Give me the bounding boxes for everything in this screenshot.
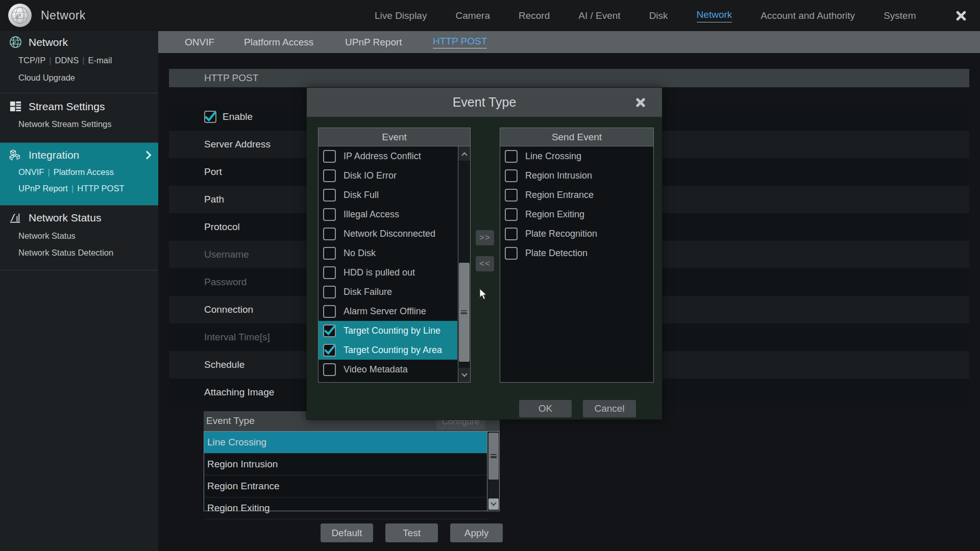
dialog-list-item-network-disconnected[interactable]: Network Disconnected (318, 224, 457, 243)
sidebar-section-stream-settings[interactable]: Stream SettingsNetwork Stream Settings (0, 94, 158, 143)
event-list-scrollbar[interactable] (458, 146, 470, 382)
item-checkbox[interactable] (505, 208, 518, 221)
sidebar-link-onvif[interactable]: ONVIF (18, 167, 44, 177)
item-checkbox[interactable] (505, 189, 518, 202)
topnav-item-disk[interactable]: Disk (649, 10, 668, 21)
item-checkbox[interactable] (323, 363, 336, 376)
sidebar-link-http-post[interactable]: HTTP POST (77, 184, 124, 193)
sidebar-section-integration[interactable]: IntegrationONVIF|Platform AccessUPnP Rep… (0, 143, 158, 206)
dialog-list-item-alarm-server-offline[interactable]: Alarm Server Offline (318, 302, 457, 321)
sidebar-section-network[interactable]: eNetworkTCP/IP|DDNS|E-mailCloud Upgrade (0, 31, 158, 93)
tab-onvif[interactable]: ONVIF (185, 31, 214, 53)
scrollbar-thumb[interactable] (488, 433, 499, 480)
item-checkbox[interactable] (505, 247, 518, 260)
topnav-item-network[interactable]: Network (697, 9, 732, 22)
mouse-cursor (479, 288, 490, 303)
top-navigation: Live DisplayCameraRecordAI / EventDiskNe… (375, 0, 916, 31)
item-checkbox[interactable] (323, 344, 336, 357)
item-checkbox[interactable] (323, 305, 336, 318)
move-left-button[interactable]: << (476, 256, 494, 271)
dialog-close-icon[interactable] (633, 95, 648, 110)
enable-checkbox[interactable] (204, 111, 216, 123)
sidebar-link-cloud-upgrade[interactable]: Cloud Upgrade (18, 73, 75, 82)
topnav-item-account-and-authority[interactable]: Account and Authority (761, 10, 855, 21)
test-button[interactable]: Test (385, 523, 438, 542)
item-checkbox[interactable] (323, 189, 336, 202)
item-checkbox[interactable] (505, 169, 518, 182)
topnav-item-live-display[interactable]: Live Display (375, 10, 427, 21)
event-type-scrollbar[interactable] (487, 432, 499, 511)
scrollbar-up-icon[interactable] (458, 146, 470, 161)
row-label: Username (204, 249, 249, 260)
sidebar-link-upnp-report[interactable]: UPnP Report (18, 184, 68, 193)
tab-http-post[interactable]: HTTP POST (433, 31, 487, 53)
dialog-list-item-ip-address-conflict[interactable]: IP Address Conflict (318, 146, 457, 166)
tab-platform-access[interactable]: Platform Access (244, 31, 313, 53)
dialog-list-item-hdd-is-pulled-out[interactable]: HDD is pulled out (318, 263, 457, 282)
link-separator: | (45, 56, 55, 65)
sidebar-link-network-status[interactable]: Network Status (18, 231, 76, 240)
topnav-item-camera[interactable]: Camera (455, 10, 490, 21)
sidebar-link-tcp-ip[interactable]: TCP/IP (18, 56, 45, 65)
item-checkbox[interactable] (323, 169, 336, 182)
topnav-item-record[interactable]: Record (519, 10, 550, 21)
dialog-list-item-region-entrance[interactable]: Region Entrance (500, 185, 653, 205)
ok-button[interactable]: OK (519, 400, 572, 417)
item-checkbox[interactable] (505, 150, 518, 163)
scrollbar-down-icon[interactable] (488, 498, 499, 510)
sidebar-link-platform-access[interactable]: Platform Access (54, 167, 114, 177)
sidebar-link-row: Cloud Upgrade (18, 73, 75, 83)
event-type-item-region-entrance[interactable]: Region Entrance (204, 475, 487, 497)
dialog-list-item-disk-full[interactable]: Disk Full (318, 185, 457, 205)
dialog-list-item-plate-recognition[interactable]: Plate Recognition (500, 224, 653, 243)
globe-icon: e (9, 36, 22, 48)
default-button[interactable]: Default (321, 523, 373, 542)
dialog-list-item-plate-detection[interactable]: Plate Detection (500, 243, 653, 263)
dialog-list-item-region-exiting[interactable]: Region Exiting (500, 205, 653, 224)
scrollbar-thumb[interactable] (459, 263, 470, 362)
sidebar-link-network-status-detection[interactable]: Network Status Detection (18, 248, 113, 257)
item-checkbox[interactable] (323, 286, 336, 298)
dialog-list-item-disk-io-error[interactable]: Disk IO Error (318, 166, 457, 185)
item-checkbox[interactable] (505, 228, 518, 240)
item-checkbox[interactable] (323, 247, 336, 260)
dialog-list-item-target-counting-by-line[interactable]: Target Counting by Line (318, 321, 457, 340)
dialog-list-item-no-disk[interactable]: No Disk (318, 243, 457, 263)
close-icon[interactable] (953, 8, 969, 23)
sidebar-link-network-stream-settings[interactable]: Network Stream Settings (18, 119, 111, 129)
sidebar-link-row: TCP/IP|DDNS|E-mail (18, 56, 112, 65)
sidebar-section-network-status[interactable]: Network StatusNetwork StatusNetwork Stat… (0, 206, 158, 270)
item-checkbox[interactable] (323, 266, 336, 279)
dialog-list-item-target-counting-by-area[interactable]: Target Counting by Area (318, 340, 457, 360)
event-type-item-region-exiting[interactable]: Region Exiting (204, 497, 487, 519)
dialog-list-item-disk-failure[interactable]: Disk Failure (318, 282, 457, 302)
dialog-list-item-video-metadata[interactable]: Video Metadata (318, 360, 457, 379)
topnav-item-system[interactable]: System (884, 10, 916, 21)
dialog-list-item-region-intrusion[interactable]: Region Intrusion (500, 166, 653, 185)
scrollbar-down-icon[interactable] (458, 368, 470, 382)
item-checkbox[interactable] (323, 150, 336, 163)
sidebar-link-ddns[interactable]: DDNS (55, 56, 79, 65)
row-label: Schedule (204, 359, 244, 370)
row-label: Protocol (204, 221, 240, 233)
topnav-item-ai-event[interactable]: AI / Event (578, 10, 620, 21)
svg-text:e: e (16, 10, 21, 21)
item-checkbox[interactable] (323, 324, 336, 337)
chevron-right-icon (143, 151, 152, 160)
sidebar: eNetworkTCP/IP|DDNS|E-mailCloud UpgradeS… (0, 31, 158, 551)
dialog-list-item-illegal-access[interactable]: Illegal Access (318, 205, 457, 224)
event-type-item-region-intrusion[interactable]: Region Intrusion (204, 454, 487, 475)
item-checkbox[interactable] (323, 228, 336, 240)
sidebar-link-row: Network Stream Settings (18, 119, 111, 129)
dialog-title: Event Type (307, 88, 662, 117)
dialog-list-item-line-crossing[interactable]: Line Crossing (500, 146, 653, 166)
cancel-button[interactable]: Cancel (583, 400, 636, 417)
apply-button[interactable]: Apply (450, 523, 503, 542)
move-right-button[interactable]: >> (476, 230, 494, 245)
tab-upnp-report[interactable]: UPnP Report (345, 31, 402, 53)
sidebar-link-e-mail[interactable]: E-mail (88, 56, 112, 65)
chart-icon (9, 211, 22, 224)
item-checkbox[interactable] (323, 208, 336, 221)
event-type-item-line-crossing[interactable]: Line Crossing (204, 432, 487, 454)
footer-buttons: DefaultTestApply (321, 523, 503, 542)
